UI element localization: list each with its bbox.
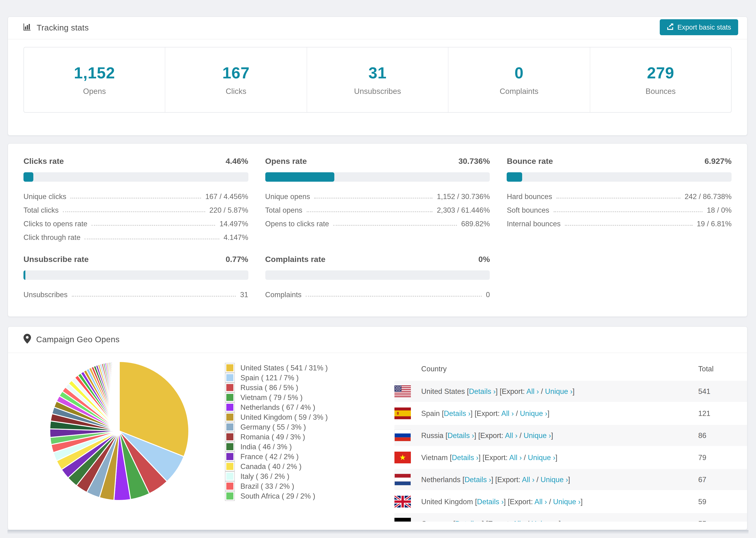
legend-swatch [225, 481, 235, 491]
rate-progress-track [265, 270, 490, 280]
dotted-leader [565, 225, 693, 226]
metric-label: Total clicks [24, 206, 59, 215]
rate-rows: Unsubscribes31 [24, 286, 248, 300]
metric-label: Unique opens [265, 192, 310, 201]
legend-item: Brazil ( 33 / 2% ) [225, 481, 328, 491]
export-all-link[interactable]: All › [509, 453, 522, 461]
country-name: Russia [421, 431, 445, 439]
stat-label: Complaints [500, 87, 538, 96]
legend-swatch [225, 412, 235, 422]
rate-value: 6.927% [705, 157, 731, 166]
details-link[interactable]: Details › [464, 475, 491, 483]
rate-rows: Unique opens1,152 / 30.736%Total opens2,… [265, 188, 490, 229]
legend-label: United Kingdom ( 59 / 3% ) [241, 413, 328, 421]
page-bottom-shade [8, 530, 748, 534]
stat-label: Bounces [645, 87, 675, 96]
metric-label: Opens to clicks rate [265, 220, 329, 228]
export-unique-link[interactable]: Unique › [531, 519, 559, 521]
export-all-link[interactable]: All › [535, 497, 547, 506]
rate-rows: Complaints0 [265, 286, 490, 300]
legend-item: South Africa ( 29 / 2% ) [225, 491, 328, 501]
geo-opens-pie-chart [48, 360, 190, 502]
metric-row: Soft bounces18 / 0% [507, 202, 731, 215]
country-name: United Kingdom [421, 497, 475, 506]
export-all-link[interactable]: All › [505, 431, 517, 439]
export-all-link[interactable]: All › [501, 409, 514, 417]
rate-title: Clicks rate [24, 157, 64, 166]
legend-label: Canada ( 40 / 2% ) [241, 462, 301, 471]
export-basic-stats-button[interactable]: Export basic stats [660, 19, 738, 35]
legend-label: Romania ( 49 / 3% ) [241, 433, 305, 441]
rate-value: 0% [478, 255, 490, 264]
stat-value: 167 [222, 64, 249, 82]
details-link[interactable]: Details › [469, 387, 496, 395]
metric-row: Complaints0 [265, 286, 490, 300]
details-link[interactable]: Details › [448, 431, 474, 439]
legend-label: South Africa ( 29 / 2% ) [241, 492, 315, 500]
export-unique-link[interactable]: Unique › [540, 475, 568, 483]
geo-row-text: Vietnam [Details ›] [Export: All › / Uni… [421, 453, 557, 462]
campaign-overview-page: Tracking stats Export basic stats 1,152O… [0, 0, 756, 538]
export-unique-link[interactable]: Unique › [523, 431, 551, 439]
slash-separator: / [535, 475, 541, 483]
bracket-text: ] [572, 387, 574, 395]
bracket-text: ] [556, 453, 558, 461]
rate-title: Bounce rate [507, 157, 553, 166]
metric-label: Soft bounces [507, 206, 549, 215]
legend-label: France ( 42 / 2% ) [241, 452, 298, 461]
country-name: Germany [421, 519, 453, 521]
rate-value: 4.46% [226, 157, 248, 166]
rate-section: Clicks rate4.46%Unique clicks167 / 4.456… [24, 157, 248, 243]
details-link[interactable]: Details › [444, 409, 471, 417]
country-total: 121 [698, 409, 711, 418]
slash-separator: / [517, 431, 523, 439]
geo-row-text: Germany [Details ›] [Export: All › / Uni… [421, 519, 561, 521]
details-link[interactable]: Details › [455, 519, 482, 521]
legend-swatch [225, 452, 235, 461]
metric-value: 18 / 0% [707, 206, 731, 215]
geo-table-row: United Kingdom [Details ›] [Export: All … [395, 491, 747, 512]
metric-label: Hard bounces [507, 192, 552, 201]
rates-grid: Clicks rate4.46%Unique clicks167 / 4.456… [24, 157, 731, 300]
legend-label: Spain ( 121 / 7% ) [241, 373, 298, 382]
metric-row: Hard bounces242 / 86.738% [507, 188, 731, 202]
es-flag-icon [395, 407, 411, 419]
details-link[interactable]: Details › [477, 497, 504, 506]
geo-row-text: United Kingdom [Details ›] [Export: All … [421, 497, 583, 506]
country-total: 59 [698, 497, 706, 506]
metric-row: Unique opens1,152 / 30.736% [265, 188, 490, 202]
bracket-text: [ [475, 497, 477, 506]
export-all-link[interactable]: All › [513, 519, 525, 521]
export-unique-link[interactable]: Unique › [528, 453, 555, 461]
legend-item: United Kingdom ( 59 / 3% ) [225, 412, 328, 422]
legend-swatch [225, 363, 235, 373]
summary-stats-row: 1,152Opens167Clicks31Unsubscribes0Compla… [24, 47, 731, 113]
rate-title: Complaints rate [265, 255, 325, 264]
export-all-link[interactable]: All › [526, 387, 539, 395]
dotted-leader [91, 225, 215, 226]
legend-item: United States ( 541 / 31% ) [225, 363, 328, 373]
us-flag-icon [395, 385, 411, 397]
legend-item: Vietnam ( 79 / 5% ) [225, 393, 328, 402]
rate-title: Unsubscribe rate [24, 255, 89, 264]
stat-value: 279 [647, 64, 674, 82]
export-unique-link[interactable]: Unique › [553, 497, 581, 506]
export-all-link[interactable]: All › [522, 475, 534, 483]
legend-swatch [225, 383, 235, 393]
bracket-text: ] [581, 497, 583, 506]
details-link[interactable]: Details › [452, 453, 478, 461]
geo-table-row: Germany [Details ›] [Export: All › / Uni… [395, 513, 747, 521]
export-unique-link[interactable]: Unique › [545, 387, 572, 395]
rate-head: Complaints rate0% [265, 255, 490, 264]
rate-head: Opens rate30.736% [265, 157, 490, 166]
country-name: Vietnam [421, 453, 450, 461]
rate-section: Complaints rate0%Complaints0 [265, 255, 490, 300]
legend-label: Germany ( 55 / 3% ) [241, 423, 306, 431]
dotted-leader [306, 296, 482, 297]
slash-separator: / [525, 519, 531, 521]
geo-table: Country Total United States [Details ›] … [395, 363, 747, 521]
export-unique-link[interactable]: Unique › [520, 409, 547, 417]
de-flag-icon [395, 518, 411, 521]
country-total: 67 [698, 475, 706, 484]
metric-row: Click through rate4.147% [24, 229, 248, 243]
